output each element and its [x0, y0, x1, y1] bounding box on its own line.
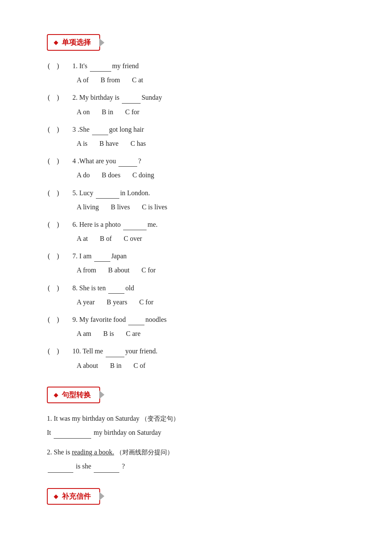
question-9: ( ) 9. My favorite food noodles A am B i… — [47, 314, 345, 339]
q3-optA: A is — [77, 138, 87, 149]
q1-optA: A of — [77, 74, 89, 86]
q2-row: ( ) 2. My birthday is Sunday — [47, 92, 345, 103]
q3-optB: B have — [99, 138, 118, 149]
section3-header: ◆ 补充信件 — [47, 488, 100, 505]
section2-header: ◆ 句型转换 — [47, 387, 100, 403]
tq2-is-she: is she — [76, 460, 91, 473]
q1-row: ( ) 1. It's my friend — [47, 60, 345, 72]
section2-block: ◆ 句型转换 1. It was my birthday on Saturday… — [47, 387, 345, 473]
tq1-it: It — [47, 427, 51, 439]
tq2-sentence: 2. She is reading a book. （对画线部分提问） — [47, 446, 345, 459]
tq2-answer: is she ? — [47, 460, 345, 473]
q8-text: 8. She is ten old — [72, 282, 134, 294]
tq2-blank2 — [94, 472, 119, 473]
q1-optC: C at — [132, 74, 143, 86]
q2-optB: B in — [102, 106, 113, 118]
q4-optC: C doing — [133, 169, 154, 181]
section1-header: ◆ 单项选择 — [47, 34, 100, 51]
q8-optC: C for — [139, 296, 153, 308]
q4-optA: A do — [77, 169, 90, 181]
diamond-icon3: ◆ — [54, 493, 58, 500]
q9-row: ( ) 9. My favorite food noodles — [47, 314, 345, 325]
q1-optB: B from — [101, 74, 120, 86]
q8-optB: B years — [107, 296, 127, 308]
q6-optA: A at — [77, 233, 88, 244]
q5-optB: B lives — [111, 201, 130, 213]
section1-title: 单项选择 — [62, 38, 91, 47]
q2-paren: ( ) — [47, 92, 72, 103]
q10-paren: ( ) — [47, 345, 72, 357]
section3-block: ◆ 补充信件 — [47, 488, 345, 514]
question-7: ( ) 7. I am Japan A from B about C for — [47, 250, 345, 276]
q8-options: A year B years C for — [77, 296, 345, 308]
q10-row: ( ) 10. Tell me your friend. — [47, 345, 345, 357]
q10-optB: B in — [110, 360, 121, 371]
q2-options: A on B in C for — [77, 106, 345, 118]
question-10: ( ) 10. Tell me your friend. A about B i… — [47, 345, 345, 371]
question-4: ( ) 4 .What are you ? A do B does C doin… — [47, 155, 345, 181]
q8-row: ( ) 8. She is ten old — [47, 282, 345, 294]
q5-optC: C is lives — [142, 201, 167, 213]
q6-text: 6. Here is a photo me. — [72, 219, 158, 230]
q4-paren: ( ) — [47, 155, 72, 167]
q7-text: 7. I am Japan — [72, 250, 127, 262]
q5-optA: A living — [77, 201, 99, 213]
q4-options: A do B does C doing — [77, 169, 345, 181]
q9-text: 9. My favorite food noodles — [72, 314, 167, 325]
q4-optB: B does — [102, 169, 121, 181]
q10-optA: A about — [77, 360, 98, 371]
q10-options: A about B in C of — [77, 360, 345, 371]
q7-optC: C for — [141, 264, 156, 276]
q5-text: 5. Lucy in London. — [72, 187, 150, 199]
q8-paren: ( ) — [47, 282, 72, 294]
q5-options: A living B lives C is lives — [77, 201, 345, 213]
q3-paren: ( ) — [47, 124, 72, 135]
q5-row: ( ) 5. Lucy in London. — [47, 187, 345, 199]
q7-options: A from B about C for — [77, 264, 345, 276]
q5-paren: ( ) — [47, 187, 72, 199]
section3-title: 补充信件 — [62, 491, 91, 501]
q6-paren: ( ) — [47, 219, 72, 230]
tq2-blank1 — [48, 472, 73, 473]
q2-optA: A on — [77, 106, 90, 118]
question-6: ( ) 6. Here is a photo me. A at B of C o… — [47, 219, 345, 244]
q9-optB: B is — [103, 328, 114, 339]
q1-text: 1. It's my friend — [72, 60, 139, 72]
q6-row: ( ) 6. Here is a photo me. — [47, 219, 345, 230]
q1-options: A of B from C at — [77, 74, 345, 86]
q4-row: ( ) 4 .What are you ? — [47, 155, 345, 167]
question-2: ( ) 2. My birthday is Sunday A on B in C… — [47, 92, 345, 117]
section2-title: 句型转换 — [62, 390, 91, 400]
q7-optB: B about — [108, 264, 130, 276]
q2-optC: C for — [125, 106, 139, 118]
q3-text: 3 .She got long hair — [72, 124, 144, 135]
q6-optB: B of — [100, 233, 112, 244]
questions-list: ( ) 1. It's my friend A of B from C at (… — [47, 60, 345, 371]
q6-optC: C over — [124, 233, 142, 244]
tq1-hint: （变否定句） — [141, 415, 179, 422]
tq1-blank — [54, 438, 91, 439]
tq2-question-mark: ? — [122, 460, 125, 473]
transform-q1: 1. It was my birthday on Saturday （变否定句）… — [47, 413, 345, 439]
q10-optC: C of — [133, 360, 145, 371]
diamond-icon2: ◆ — [54, 391, 58, 399]
q3-row: ( ) 3 .She got long hair — [47, 124, 345, 135]
q1-paren: ( ) — [47, 60, 72, 72]
tq1-sentence: 1. It was my birthday on Saturday （变否定句） — [47, 413, 345, 425]
question-8: ( ) 8. She is ten old A year B years C f… — [47, 282, 345, 308]
q7-paren: ( ) — [47, 250, 72, 262]
question-5: ( ) 5. Lucy in London. A living B lives … — [47, 187, 345, 213]
section1-block: ◆ 单项选择 ( ) 1. It's my friend A of B from… — [47, 34, 345, 371]
q6-options: A at B of C over — [77, 233, 345, 244]
q10-text: 10. Tell me your friend. — [72, 345, 157, 357]
tq1-rest: my birthday on Saturday — [94, 427, 161, 439]
question-1: ( ) 1. It's my friend A of B from C at — [47, 60, 345, 86]
tq2-underlined: reading a book. — [72, 448, 114, 456]
q9-optA: A am — [77, 328, 91, 339]
q2-text: 2. My birthday is Sunday — [72, 92, 162, 103]
q3-options: A is B have C has — [77, 138, 345, 149]
diamond-icon1: ◆ — [54, 39, 58, 46]
tq1-answer: It my birthday on Saturday — [47, 427, 345, 439]
q9-paren: ( ) — [47, 314, 72, 325]
q4-text: 4 .What are you ? — [72, 155, 141, 167]
